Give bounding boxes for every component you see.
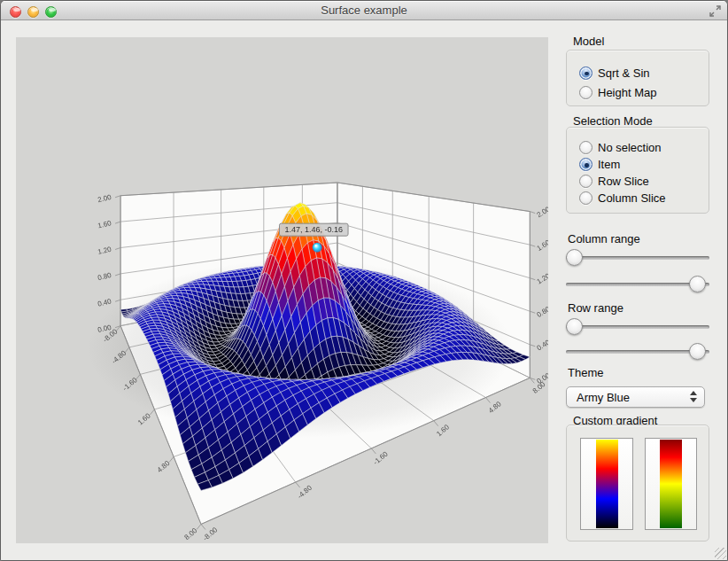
window-content: Model Sqrt & Sin Height Map Selection Mo… <box>1 20 728 561</box>
row-range-max-slider[interactable] <box>566 343 709 361</box>
custom-gradient-groupbox <box>566 425 709 542</box>
theme-selected-value: Army Blue <box>577 391 630 404</box>
gradient-swatch <box>660 440 682 528</box>
radio-sqrt-sin[interactable]: Sqrt & Sin <box>567 63 709 82</box>
radio-icon[interactable] <box>579 158 592 171</box>
slider-track[interactable] <box>566 283 709 286</box>
radio-label: No selection <box>598 141 662 154</box>
slider-track[interactable] <box>566 256 709 260</box>
slider-thumb[interactable] <box>689 276 706 292</box>
radio-icon[interactable] <box>579 66 592 80</box>
model-groupbox: Sqrt & Sin Height Map <box>566 50 709 106</box>
radio-column-slice[interactable]: Column Slice <box>567 190 709 206</box>
slider-thumb[interactable] <box>566 318 583 335</box>
radio-icon[interactable] <box>579 86 592 99</box>
slider-thumb[interactable] <box>689 343 706 360</box>
slider-track[interactable] <box>566 350 709 354</box>
selection-mode-label: Selection Mode <box>573 114 653 128</box>
column-range-min-slider[interactable] <box>566 249 709 267</box>
gradient-darkred-yellow-green-button[interactable] <box>645 438 697 530</box>
theme-combobox[interactable]: Army Blue <box>566 386 705 408</box>
theme-label: Theme <box>568 366 603 379</box>
radio-label: Height Map <box>598 86 656 99</box>
radio-label: Item <box>598 158 620 171</box>
gradient-black-blue-red-yellow-button[interactable] <box>580 438 633 530</box>
row-range-min-slider[interactable] <box>566 318 709 336</box>
column-range-label: Column range <box>568 232 640 245</box>
radio-row-slice[interactable]: Row Slice <box>567 173 709 190</box>
gradient-swatch <box>596 440 618 528</box>
window-title: Surface example <box>1 4 727 17</box>
radio-label: Column Slice <box>598 191 666 205</box>
radio-icon[interactable] <box>579 141 592 154</box>
title-bar: Surface example <box>1 1 727 20</box>
row-range-label: Row range <box>568 301 623 315</box>
radio-height-map[interactable]: Height Map <box>567 82 709 102</box>
app-window: Surface example Model Sqrt & Sin Height … <box>0 0 728 561</box>
column-range-max-slider[interactable] <box>566 276 709 293</box>
radio-label: Sqrt & Sin <box>598 66 650 80</box>
selection-mode-groupbox: No selection Item Row Slice Column Slice <box>566 127 709 214</box>
radio-no-selection[interactable]: No selection <box>567 139 709 156</box>
slider-track[interactable] <box>566 325 709 329</box>
radio-label: Row Slice <box>598 175 649 188</box>
radio-icon[interactable] <box>579 191 592 205</box>
model-label: Model <box>573 35 604 48</box>
surface-plot-canvas[interactable] <box>16 37 548 543</box>
resize-icon[interactable] <box>709 4 722 18</box>
stepper-arrows-icon <box>690 391 697 402</box>
radio-item[interactable]: Item <box>567 156 709 173</box>
slider-thumb[interactable] <box>566 249 583 266</box>
window-resize-grip[interactable] <box>715 548 726 559</box>
radio-icon[interactable] <box>579 175 592 188</box>
